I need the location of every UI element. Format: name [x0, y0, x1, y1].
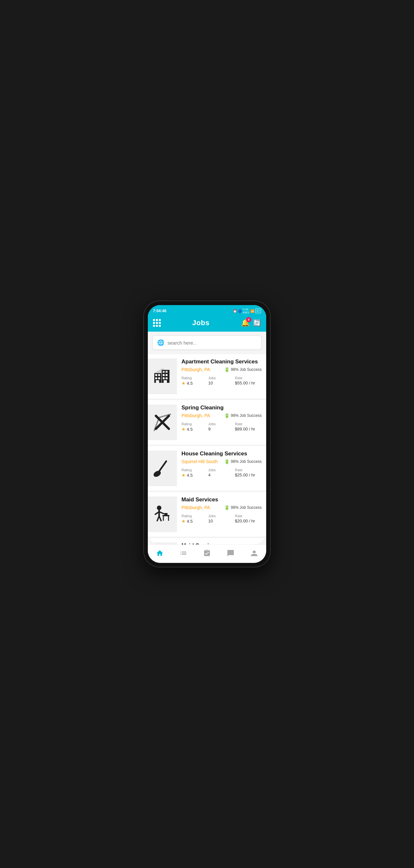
job-stats: Rating ★ 4.5 Jobs 4 Rate $25.00 / hr [181, 468, 262, 478]
top-bar: Jobs 🔔 0 🔄 [148, 315, 266, 332]
jobs-value: 10 [208, 519, 235, 523]
job-location: Pittsburgh, PA [181, 413, 210, 418]
job-title: Spring Cleaning [181, 405, 262, 411]
nav-profile[interactable] [247, 548, 261, 558]
job-info: House Cleaning Services Squirrel Hill So… [181, 451, 262, 486]
svg-rect-4 [158, 377, 160, 379]
svg-rect-27 [162, 515, 170, 516]
job-stats: Rating ★ 4.5 Jobs 9 Rate $89.00 / hr [181, 422, 262, 432]
jobs-value: 4 [208, 472, 235, 477]
rate-value: $89.00 / hr [235, 427, 262, 431]
job-card[interactable]: Apartment Cleaning Services Pittsburgh, … [148, 354, 266, 399]
rating-stat: Rating ★ 4.5 [181, 376, 208, 386]
rate-label: Rate [235, 422, 262, 426]
job-card[interactable]: Maid Services Pittsburgh, PA 🔋 98% Job S… [148, 492, 266, 537]
success-text: 98% Job Success [231, 413, 262, 418]
job-icon-wrap [148, 497, 177, 532]
grid-icon [153, 319, 161, 327]
job-icon-wrap [148, 451, 177, 486]
location-row: Pittsburgh, PA 🔋 98% Job Success [181, 413, 262, 418]
search-globe-icon: 🌐 [157, 339, 164, 346]
rating-label: Rating [181, 514, 208, 518]
jobs-stat: Jobs 10 [208, 514, 235, 524]
location-row: Squirrel Hill South 🔋 98% Job Success [181, 459, 262, 464]
rating-label: Rating [181, 468, 208, 472]
job-title: House Cleaning Services [181, 451, 262, 457]
nav-clipboard[interactable] [200, 548, 214, 558]
svg-rect-5 [156, 380, 159, 383]
svg-line-26 [159, 516, 161, 521]
svg-rect-11 [163, 377, 165, 379]
status-time: 7:04:46 [153, 309, 166, 313]
job-stats: Rating ★ 4.5 Jobs 10 Rate $20.00 / hr [181, 514, 262, 524]
jobs-value: 9 [208, 427, 235, 431]
rate-value: $25.00 / hr [235, 472, 262, 477]
search-input[interactable] [168, 340, 257, 346]
notification-bell[interactable]: 🔔 0 [241, 319, 250, 327]
search-bar[interactable]: 🌐 [152, 336, 262, 350]
rating-label: Rating [181, 422, 208, 426]
nav-chat[interactable] [223, 548, 238, 558]
rating-label: Rating [181, 376, 208, 380]
rating-stat: Rating ★ 4.5 [181, 514, 208, 524]
rating-stat: Rating ★ 4.5 [181, 468, 208, 478]
job-title: Apartment Cleaning Services [181, 359, 262, 365]
job-info: Apartment Cleaning Services Pittsburgh, … [181, 359, 262, 394]
rate-stat: Rate $89.00 / hr [235, 422, 262, 432]
jobs-label: Jobs [208, 376, 235, 380]
job-card[interactable]: Maid Services Pittsburgh, PA 🔋 98% Job S… [148, 538, 266, 545]
top-bar-actions: 🔔 0 🔄 [241, 319, 261, 327]
rate-label: Rate [235, 376, 262, 380]
jobs-stat: Jobs 10 [208, 376, 235, 386]
broom-icon [153, 459, 172, 478]
svg-rect-1 [155, 374, 157, 376]
job-location: Squirrel Hill South [181, 459, 218, 464]
success-badge: 🔋 98% Job Success [224, 459, 262, 464]
rating-value: ★ 4.5 [181, 427, 208, 432]
content-area: 🌐 [148, 332, 266, 545]
phone-screen: 7:04:46 ⏰ 🔵 0.44KB/S 📶 87 Jobs [148, 305, 266, 563]
nav-home[interactable] [153, 548, 167, 558]
location-row: Pittsburgh, PA 🔋 98% Job Success [181, 367, 262, 372]
menu-button[interactable] [153, 319, 161, 327]
job-card[interactable]: House Cleaning Services Squirrel Hill So… [148, 446, 266, 491]
job-icon-wrap [148, 359, 177, 394]
svg-rect-13 [164, 380, 167, 383]
svg-point-19 [153, 470, 162, 478]
success-badge: 🔋 98% Job Success [224, 367, 262, 372]
svg-rect-9 [163, 374, 165, 376]
job-stats: Rating ★ 4.5 Jobs 10 Rate $55.00 / hr [181, 376, 262, 386]
svg-rect-30 [164, 513, 168, 515]
rating-value: ★ 4.5 [181, 380, 208, 386]
rating-stat: Rating ★ 4.5 [181, 422, 208, 432]
success-badge: 🔋 98% Job Success [224, 413, 262, 418]
success-icon: 🔋 [224, 367, 230, 372]
user-icon [250, 549, 258, 557]
svg-rect-2 [158, 374, 160, 376]
nav-list[interactable] [176, 548, 191, 558]
jobs-label: Jobs [208, 422, 235, 426]
rating-value: ★ 4.5 [181, 519, 208, 524]
svg-rect-12 [166, 377, 168, 379]
chat-icon [227, 549, 235, 557]
rating-value: ★ 4.5 [181, 472, 208, 478]
list-icon [179, 549, 187, 557]
success-icon: 🔋 [224, 413, 230, 418]
maid-icon [153, 505, 172, 524]
location-row: Pittsburgh, PA 🔋 98% Job Success [181, 505, 262, 510]
success-icon: 🔋 [224, 459, 230, 464]
jobs-stat: Jobs 9 [208, 422, 235, 432]
svg-rect-3 [155, 377, 157, 379]
apartment-icon [153, 367, 172, 386]
job-title: Maid Services [181, 497, 262, 503]
phone-frame: 7:04:46 ⏰ 🔵 0.44KB/S 📶 87 Jobs [144, 301, 270, 567]
jobs-label: Jobs [208, 514, 235, 518]
notification-badge: 0 [246, 317, 251, 322]
job-location: Pittsburgh, PA [181, 367, 210, 372]
bottom-navigation [148, 545, 266, 563]
job-card[interactable]: Spring Cleaning Pittsburgh, PA 🔋 98% Job… [148, 400, 266, 445]
rate-stat: Rate $55.00 / hr [235, 376, 262, 386]
rate-stat: Rate $20.00 / hr [235, 514, 262, 524]
job-location: Pittsburgh, PA [181, 505, 210, 510]
refresh-icon[interactable]: 🔄 [253, 319, 261, 327]
